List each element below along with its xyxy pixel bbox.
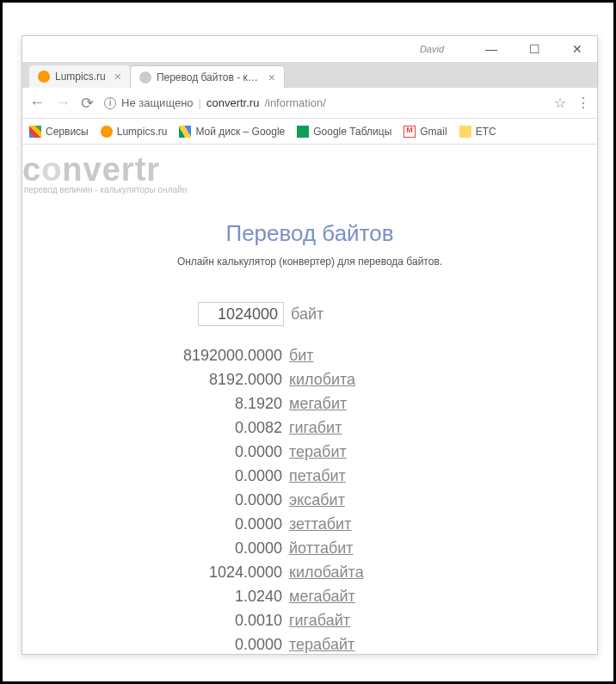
- result-value: 8192.0000: [22, 371, 289, 389]
- result-value: 0.0010: [22, 612, 289, 630]
- back-button[interactable]: ←: [29, 94, 45, 112]
- menu-icon[interactable]: ⋮: [576, 95, 590, 111]
- value-input[interactable]: [198, 302, 284, 326]
- logo-o-icon: o: [41, 151, 62, 188]
- result-value: 0.0082: [22, 419, 289, 437]
- result-row: 0.0010гигабайт: [22, 608, 597, 632]
- result-unit-link[interactable]: петабит: [289, 467, 346, 485]
- logo-subtitle: перевод величин - калькуляторы онлайн: [22, 185, 597, 194]
- page-content[interactable]: convertr перевод величин - калькуляторы …: [22, 145, 597, 654]
- drive-icon: [179, 126, 191, 138]
- user-label: David: [420, 44, 444, 54]
- result-value: 0.0000: [22, 515, 289, 533]
- result-row: 0.0000терабайт: [22, 632, 597, 654]
- info-icon: i: [104, 97, 116, 109]
- page-title: Перевод байтов: [22, 220, 597, 247]
- result-row: 0.0082гигабит: [22, 416, 597, 440]
- result-value: 1024.0000: [22, 564, 289, 582]
- security-label: Не защищено: [121, 96, 194, 109]
- tab-title: Lumpics.ru: [55, 71, 106, 83]
- page-subtitle: Онлайн калькулятор (конвертер) для перев…: [22, 256, 597, 268]
- result-unit-link[interactable]: гигабайт: [289, 612, 350, 630]
- bookmark-sheets[interactable]: Google Таблицы: [297, 126, 391, 138]
- url-field[interactable]: i Не защищено | convertr.ru/information/: [104, 96, 544, 109]
- input-unit-label: байт: [291, 305, 323, 324]
- result-unit-link[interactable]: мегабайт: [289, 588, 355, 606]
- result-value: 0.0000: [22, 539, 289, 558]
- bookmark-star-icon[interactable]: ☆: [554, 95, 566, 111]
- logo-text: convertr: [22, 151, 597, 188]
- bookmark-label: Google Таблицы: [313, 126, 391, 138]
- site-logo: convertr перевод величин - калькуляторы …: [22, 145, 597, 194]
- browser-window: David — ☐ ✕ Lumpics.ru × Перевод байтов …: [22, 35, 598, 655]
- bookmark-label: Lumpics.ru: [117, 126, 168, 138]
- result-value: 0.0000: [22, 443, 289, 461]
- minimize-button[interactable]: —: [478, 36, 504, 62]
- tab-title: Перевод байтов - конве: [157, 71, 260, 83]
- result-unit-link[interactable]: зеттабит: [289, 515, 351, 533]
- result-unit-link[interactable]: мегабит: [289, 395, 347, 413]
- bookmarks-bar: Сервисы Lumpics.ru Мой диск – Google Goo…: [22, 119, 597, 145]
- result-row: 8192000.0000бит: [22, 343, 597, 367]
- result-value: 1.0240: [22, 588, 289, 606]
- bookmark-label: ETC: [476, 126, 496, 138]
- bookmark-label: Сервисы: [46, 126, 89, 138]
- result-value: 0.0000: [22, 636, 289, 654]
- screenshot-frame: David — ☐ ✕ Lumpics.ru × Перевод байтов …: [0, 0, 616, 684]
- close-icon[interactable]: ×: [268, 71, 275, 84]
- result-value: 0.0000: [22, 491, 289, 509]
- result-value: 8192000.0000: [22, 347, 289, 365]
- tab-bar: Lumpics.ru × Перевод байтов - конве ×: [22, 62, 597, 88]
- result-row: 1024.0000килобайта: [22, 560, 597, 584]
- bookmark-label: Gmail: [420, 126, 447, 138]
- tab-convertr[interactable]: Перевод байтов - конве ×: [130, 65, 285, 88]
- bookmark-label: Мой диск – Google: [195, 126, 285, 138]
- tab-lumpics[interactable]: Lumpics.ru ×: [29, 65, 130, 88]
- url-domain: convertr.ru: [206, 96, 259, 109]
- result-row: 0.0000терабит: [22, 440, 597, 464]
- apps-icon: [29, 126, 41, 138]
- close-button[interactable]: ✕: [564, 36, 590, 62]
- result-row: 1.0240мегабайт: [22, 584, 597, 608]
- bookmark-etc[interactable]: ETC: [459, 126, 496, 138]
- window-titlebar: David — ☐ ✕: [22, 36, 597, 62]
- bookmark-gmail[interactable]: Gmail: [403, 126, 447, 138]
- result-row: 8.1920мегабит: [22, 391, 597, 416]
- input-row: байт: [22, 302, 597, 326]
- url-path: /information/: [264, 96, 326, 109]
- result-unit-link[interactable]: бит: [289, 347, 314, 365]
- forward-button[interactable]: →: [55, 94, 71, 112]
- result-unit-link[interactable]: гигабит: [289, 419, 342, 437]
- reload-button[interactable]: ⟳: [81, 94, 94, 113]
- result-unit-link[interactable]: йоттабит: [289, 539, 354, 558]
- folder-icon: [459, 126, 471, 138]
- result-row: 0.0000петабит: [22, 464, 597, 488]
- result-row: 8192.0000килобита: [22, 367, 597, 391]
- result-value: 0.0000: [22, 467, 289, 485]
- apps-button[interactable]: Сервисы: [29, 126, 89, 138]
- favicon-icon: [139, 71, 151, 83]
- address-bar: ← → ⟳ i Не защищено | convertr.ru/inform…: [22, 88, 597, 119]
- result-row: 0.0000зеттабит: [22, 512, 597, 536]
- sheets-icon: [297, 126, 309, 138]
- converter-table: байт 8192000.0000бит8192.0000килобита8.1…: [22, 302, 597, 654]
- result-row: 0.0000эксабит: [22, 488, 597, 512]
- result-unit-link[interactable]: килобита: [289, 371, 355, 389]
- result-unit-link[interactable]: терабайт: [289, 636, 354, 654]
- favicon-icon: [38, 71, 50, 83]
- bookmark-drive[interactable]: Мой диск – Google: [179, 126, 285, 138]
- result-unit-link[interactable]: килобайта: [289, 564, 364, 582]
- gmail-icon: [403, 126, 416, 138]
- result-row: 0.0000йоттабит: [22, 536, 597, 560]
- bookmark-lumpics[interactable]: Lumpics.ru: [101, 126, 168, 138]
- maximize-button[interactable]: ☐: [521, 36, 547, 62]
- favicon-icon: [101, 126, 113, 138]
- result-unit-link[interactable]: терабит: [289, 443, 347, 461]
- result-unit-link[interactable]: эксабит: [289, 491, 345, 509]
- close-icon[interactable]: ×: [114, 70, 121, 83]
- result-value: 8.1920: [22, 395, 289, 413]
